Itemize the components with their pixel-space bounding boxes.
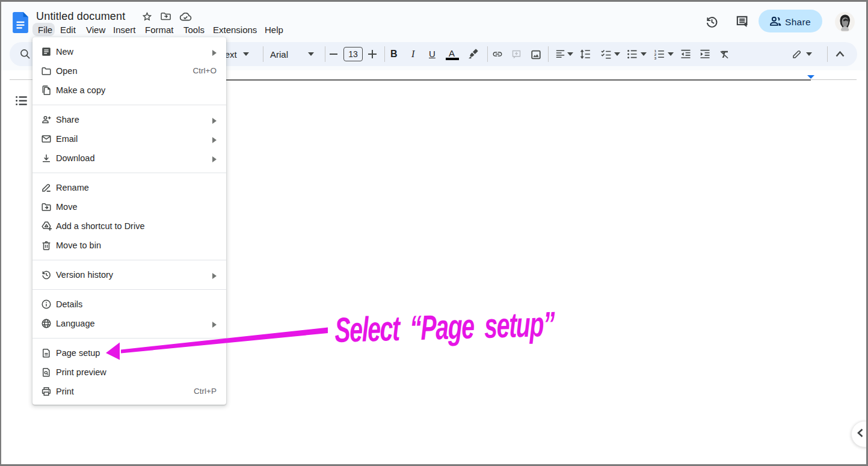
- svg-text:3: 3: [654, 57, 657, 60]
- svg-text:1: 1: [654, 49, 657, 53]
